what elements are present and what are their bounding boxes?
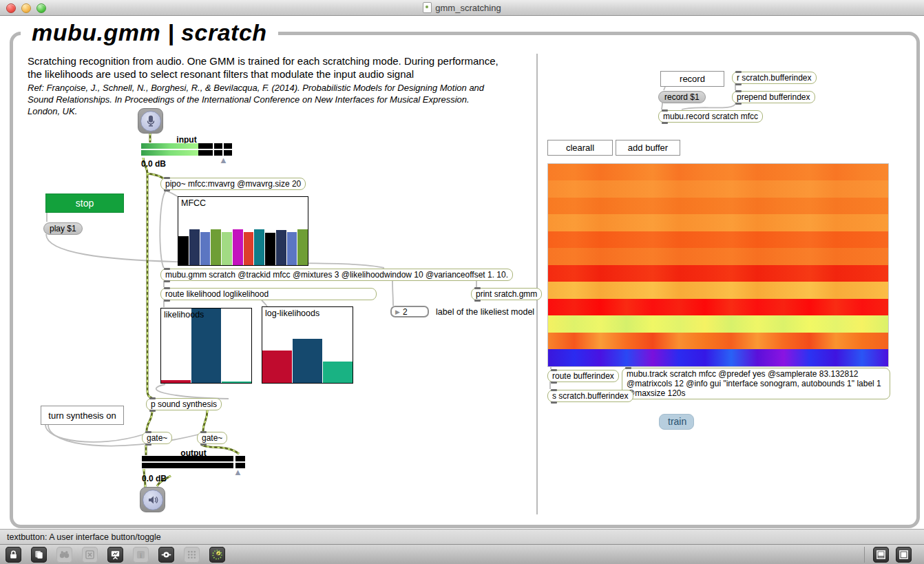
status-text: textbutton: A user interface button/togg… bbox=[7, 532, 161, 542]
input-level-meter[interactable] bbox=[141, 143, 232, 156]
inspector-icon[interactable]: i bbox=[133, 547, 149, 563]
microphone-icon bbox=[140, 111, 161, 132]
grid-icon[interactable] bbox=[184, 547, 200, 563]
audio-output-button[interactable] bbox=[140, 487, 165, 512]
mfcc-multislider[interactable]: MFCC bbox=[178, 196, 308, 266]
meter-green-segment bbox=[141, 143, 198, 149]
presentation-view-icon[interactable] bbox=[896, 547, 912, 563]
multislider-bar[interactable] bbox=[161, 380, 191, 383]
multislider-bar[interactable] bbox=[293, 339, 322, 383]
lock-icon[interactable] bbox=[6, 547, 21, 563]
patchcords-icon[interactable] bbox=[158, 547, 174, 563]
window-titlebar[interactable]: gmm_scratching bbox=[0, 0, 924, 16]
multislider-bar[interactable] bbox=[262, 351, 292, 383]
output-gain-slider-handle[interactable]: ▲ bbox=[233, 469, 242, 476]
likeliest-model-value: 2 bbox=[403, 307, 408, 317]
loglikelihoods-multislider[interactable]: log-likelihoods bbox=[262, 306, 353, 384]
likelihoods-multislider[interactable]: likelihoods bbox=[160, 308, 252, 384]
multislider-bar[interactable] bbox=[233, 229, 243, 265]
autocomplete-icon[interactable] bbox=[82, 547, 98, 563]
output-db-label: 0.0 dB bbox=[142, 474, 167, 483]
likeliest-model-label: label of the likeliest model bbox=[436, 307, 534, 317]
multislider-bar[interactable] bbox=[323, 362, 353, 383]
pipo-object[interactable]: pipo~ mfcc:mvavrg @mvavrg.size 20 bbox=[160, 178, 306, 190]
route-likelihood-object[interactable]: route likelihood loglikelihood bbox=[160, 288, 377, 300]
meter-dark-segment bbox=[142, 463, 245, 468]
prepend-bufferindex-object[interactable]: prepend bufferindex bbox=[732, 91, 815, 103]
mubu-record-object[interactable]: mubu.record scratch mfcc bbox=[658, 110, 763, 123]
clearall-button[interactable]: clearall bbox=[547, 140, 613, 156]
mubu-track-object[interactable]: mubu.track scratch mfcc @predef yes @sam… bbox=[622, 368, 890, 399]
add-buffer-button[interactable]: add buffer bbox=[616, 140, 680, 156]
gate-left-object[interactable]: gate~ bbox=[142, 432, 172, 444]
binoculars-icon[interactable] bbox=[56, 547, 72, 563]
multislider-bar[interactable] bbox=[222, 232, 232, 266]
multislider-bar[interactable] bbox=[254, 229, 264, 265]
mubu-gmm-object[interactable]: mubu.gmm scratch @trackid mfcc @mixtures… bbox=[160, 269, 513, 281]
multislider-bar[interactable] bbox=[191, 309, 221, 383]
route-bufferindex-object[interactable]: route bufferindex bbox=[547, 370, 619, 382]
meter-dark-segment bbox=[198, 143, 213, 149]
sound-synthesis-subpatch[interactable]: p sound synthesis bbox=[146, 398, 222, 410]
input-db-label: 0.0 dB bbox=[141, 159, 166, 169]
record-message[interactable]: record $1 bbox=[658, 91, 706, 103]
record-button[interactable]: record bbox=[660, 71, 724, 87]
patcher-doc-icon bbox=[423, 2, 432, 13]
output-level-meter[interactable] bbox=[142, 456, 245, 468]
bottom-toolbar: i bbox=[0, 544, 924, 564]
multislider-bar[interactable] bbox=[200, 232, 211, 265]
status-bar: textbutton: A user interface button/togg… bbox=[0, 529, 924, 544]
likelihoods-label: likelihoods bbox=[164, 310, 204, 320]
svg-text:i: i bbox=[140, 552, 142, 558]
new-object-icon[interactable] bbox=[31, 547, 47, 563]
mfcc-sonogram-display[interactable] bbox=[547, 163, 889, 367]
window-title: gmm_scratching bbox=[0, 2, 924, 13]
mfcc-label: MFCC bbox=[181, 198, 206, 208]
likeliest-model-numberbox[interactable]: ▶ 2 bbox=[390, 306, 429, 317]
numberbox-triangle-icon: ▶ bbox=[395, 309, 400, 315]
speaker-icon bbox=[143, 490, 163, 510]
audio-input-button[interactable] bbox=[138, 108, 163, 134]
panel-divider bbox=[536, 54, 538, 514]
meter-green-segment bbox=[141, 150, 198, 156]
loglikelihoods-label: log-likelihoods bbox=[265, 309, 319, 318]
train-message[interactable]: train bbox=[659, 414, 694, 430]
receive-bufferindex-object[interactable]: r scratch.bufferindex bbox=[732, 72, 817, 84]
meter-dark-segment bbox=[224, 143, 232, 149]
stop-button[interactable]: stop bbox=[45, 194, 124, 213]
patching-view-icon[interactable] bbox=[873, 547, 889, 563]
play-message[interactable]: play $1 bbox=[43, 222, 83, 235]
patch-title: mubu.gmm | scratch bbox=[21, 19, 278, 48]
patch-reference: Ref: Françoise, J., Schnell, N., Borghes… bbox=[28, 82, 493, 117]
multislider-bar[interactable] bbox=[297, 229, 308, 265]
multislider-bar[interactable] bbox=[189, 229, 200, 265]
clock-icon[interactable] bbox=[209, 547, 225, 563]
meter-dark-segment bbox=[214, 143, 222, 149]
presentation-icon[interactable] bbox=[107, 547, 123, 563]
print-object[interactable]: print sratch.gmm bbox=[471, 288, 542, 300]
multislider-bar[interactable] bbox=[211, 229, 221, 265]
turn-synthesis-on-button[interactable]: turn synthesis on bbox=[41, 406, 124, 425]
patch-description: Scratching recognition from audio. One G… bbox=[28, 54, 503, 81]
multislider-bar[interactable] bbox=[244, 232, 254, 266]
meter-dark-segment bbox=[142, 456, 245, 461]
gate-right-object[interactable]: gate~ bbox=[197, 432, 227, 444]
multislider-bar[interactable] bbox=[265, 233, 275, 265]
send-bufferindex-object[interactable]: s scratch.bufferindex bbox=[547, 390, 633, 402]
multislider-bar[interactable] bbox=[222, 382, 251, 383]
multislider-bar[interactable] bbox=[276, 230, 286, 265]
input-gain-slider-handle[interactable]: ▲ bbox=[219, 157, 228, 164]
meter-dark-segment bbox=[198, 150, 213, 156]
multislider-bar[interactable] bbox=[287, 232, 297, 266]
max-patcher-window: gmm_scratching mubu.gmm | scratch Scratc… bbox=[0, 0, 924, 564]
multislider-bar[interactable] bbox=[178, 236, 189, 265]
